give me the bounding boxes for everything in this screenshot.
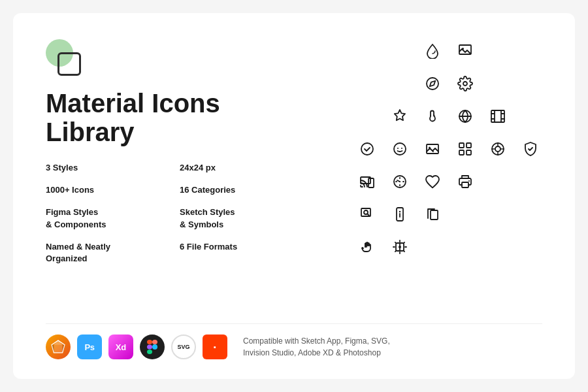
adobe-badge: ▪ [203, 335, 227, 359]
touch-icon [421, 105, 444, 128]
image-icon [453, 39, 477, 63]
feature-figma: Figma Styles& Components [46, 206, 160, 230]
svg-rect-16 [459, 150, 464, 155]
svg-point-18 [495, 146, 500, 152]
donut-icon [486, 137, 510, 161]
bottom-bar: Ps Xd SVG ▪ [46, 323, 542, 359]
svg-point-12 [429, 147, 431, 149]
svg-point-4 [433, 114, 434, 116]
svg-rect-13 [459, 143, 464, 148]
feature-styles: 3 Styles [46, 162, 160, 174]
svg-point-3 [463, 82, 467, 86]
feature-icons-count: 1000+ Icons [46, 184, 160, 196]
app-logos-container: Ps Xd SVG ▪ [46, 335, 227, 359]
svg-point-25 [468, 180, 470, 182]
feature-sketch: Sketch Styles& Symbols [180, 206, 294, 230]
compass-icon [421, 72, 444, 95]
film-icon [486, 105, 510, 128]
face-icon [388, 137, 412, 161]
svg-rect-40 [147, 340, 152, 344]
svg-point-23 [399, 181, 400, 182]
features-grid: 3 Styles 24x24 px 1000+ Icons 16 Categor… [46, 162, 294, 265]
star-badge-icon [388, 105, 412, 128]
svg-rect-21 [368, 178, 374, 188]
svg-rect-32 [431, 210, 438, 220]
main-card: Material Icons Library 3 Styles 24x24 px… [13, 13, 575, 379]
left-panel: Material Icons Library 3 Styles 24x24 px… [46, 39, 294, 308]
svg-rect-43 [147, 350, 152, 354]
svg-rect-41 [152, 340, 157, 344]
print-icon [453, 170, 477, 193]
sketch-badge [46, 335, 71, 359]
content-area: Material Icons Library 3 Styles 24x24 px… [46, 39, 542, 308]
feature-named: Named & NeatlyOrganized [46, 241, 160, 265]
landscape-icon [421, 137, 444, 161]
svg-point-2 [427, 78, 438, 90]
feature-size: 24x24 px [180, 162, 294, 174]
svg-line-28 [368, 214, 370, 216]
figma-icon [147, 340, 157, 354]
logo-area [46, 39, 91, 78]
globe-icon [453, 105, 477, 128]
icons-grid [323, 39, 542, 259]
feature-categories: 16 Categories [180, 184, 294, 196]
feature-formats: 6 File Formats [180, 241, 294, 265]
svg-badge: SVG [171, 335, 196, 359]
svg-point-8 [394, 143, 406, 155]
favorite-icon [421, 170, 444, 193]
svg-rect-42 [147, 345, 152, 350]
svg-rect-6 [491, 110, 504, 122]
svg-rect-24 [462, 182, 468, 188]
sketch-icon [51, 340, 65, 354]
svg-point-10 [401, 148, 402, 149]
ink-drop-icon [421, 39, 444, 63]
right-panel [294, 39, 542, 308]
brightness-medium-icon [388, 235, 412, 259]
av-timer-icon [388, 170, 412, 193]
svg-marker-39 [54, 345, 62, 353]
svg-point-7 [361, 143, 373, 155]
compat-text: Compatible with Sketch App, Figma, SVG, … [243, 335, 390, 359]
figma-badge [140, 335, 165, 359]
pan-tool-icon [355, 235, 379, 259]
svg-point-9 [397, 148, 399, 149]
photoshop-badge: Ps [77, 335, 102, 359]
svg-point-44 [152, 344, 157, 350]
svg-rect-11 [427, 144, 438, 154]
check-circle-icon [355, 137, 379, 161]
zoom-icon [355, 203, 379, 226]
svg-point-1 [462, 48, 464, 50]
logo-rect [57, 52, 81, 76]
dashboard-icon [453, 137, 477, 161]
phone-info-icon [388, 203, 412, 226]
shield-check-icon [519, 137, 542, 161]
svg-rect-14 [466, 143, 471, 148]
file-copy-icon [421, 203, 444, 226]
settings-icon [453, 72, 477, 95]
svg-rect-15 [466, 150, 471, 155]
cast-connected-icon [355, 170, 379, 193]
page-title: Material Icons Library [46, 89, 294, 146]
svg-point-34 [399, 246, 401, 248]
adobexd-badge: Xd [108, 335, 133, 359]
